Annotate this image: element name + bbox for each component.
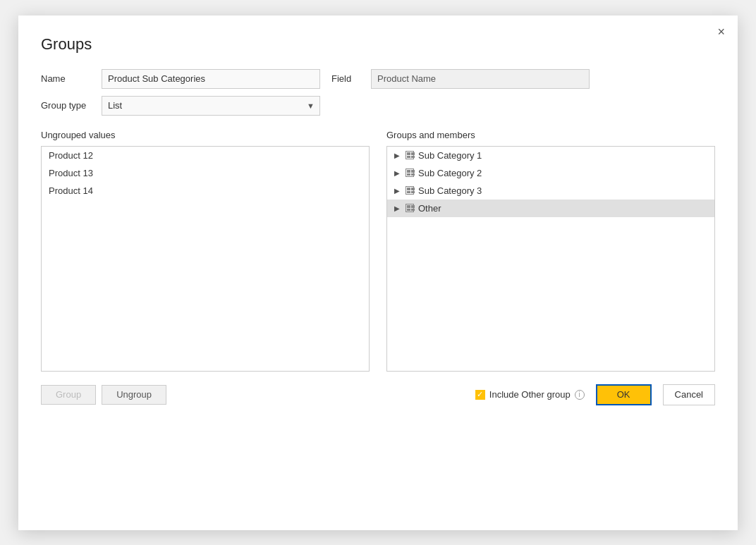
tree-item-sub-category-1[interactable]: ▶ Sub Category 1 bbox=[387, 147, 714, 164]
ungrouped-listbox[interactable]: Product 12 Product 13 Product 14 bbox=[41, 146, 370, 372]
tree-item-other[interactable]: ▶ Other bbox=[387, 200, 714, 217]
group-grid-icon bbox=[406, 169, 414, 177]
dialog-title: Groups bbox=[41, 35, 715, 54]
tree-item-label: Other bbox=[418, 203, 441, 214]
group-grid-icon bbox=[406, 151, 414, 159]
ungrouped-panel: Ungrouped values Product 12 Product 13 P… bbox=[41, 130, 370, 372]
field-input bbox=[371, 69, 590, 89]
name-field-row: Name Field bbox=[41, 69, 715, 89]
group-grid-icon bbox=[406, 186, 414, 195]
tree-item-label: Sub Category 3 bbox=[418, 185, 482, 196]
include-other-checkbox[interactable]: ✓ bbox=[475, 390, 485, 400]
expand-arrow-icon: ▶ bbox=[394, 169, 400, 177]
right-actions: ✓ Include Other group i OK Cancel bbox=[475, 384, 715, 405]
close-button[interactable]: × bbox=[717, 25, 725, 38]
group-type-label: Group type bbox=[41, 100, 90, 111]
tree-item-sub-category-3[interactable]: ▶ Sub Category 3 bbox=[387, 182, 714, 200]
groups-listbox[interactable]: ▶ Sub Category 1 ▶ Sub Category 2 ▶ Sub … bbox=[386, 146, 715, 372]
ok-button[interactable]: OK bbox=[596, 384, 652, 405]
include-other-container: ✓ Include Other group i bbox=[475, 389, 585, 400]
ungroup-button[interactable]: Ungroup bbox=[102, 385, 166, 405]
group-type-row: Group type List Bin ▼ bbox=[41, 96, 715, 116]
list-item[interactable]: Product 14 bbox=[42, 182, 369, 200]
groups-label: Groups and members bbox=[386, 130, 715, 140]
tree-item-sub-category-2[interactable]: ▶ Sub Category 2 bbox=[387, 164, 714, 182]
info-icon: i bbox=[575, 390, 585, 400]
tree-item-label: Sub Category 1 bbox=[418, 150, 482, 161]
panels-row: Ungrouped values Product 12 Product 13 P… bbox=[41, 130, 715, 372]
name-label: Name bbox=[41, 73, 90, 84]
ungrouped-label: Ungrouped values bbox=[41, 130, 370, 140]
list-item[interactable]: Product 13 bbox=[42, 164, 369, 182]
expand-arrow-icon: ▶ bbox=[394, 187, 400, 195]
group-type-select-wrapper[interactable]: List Bin ▼ bbox=[102, 96, 320, 116]
field-label: Field bbox=[331, 73, 360, 84]
list-item[interactable]: Product 12 bbox=[42, 147, 369, 164]
group-type-select[interactable]: List Bin bbox=[102, 96, 320, 116]
bottom-row: Group Ungroup ✓ Include Other group i OK… bbox=[41, 384, 715, 405]
group-button[interactable]: Group bbox=[41, 385, 96, 405]
expand-arrow-icon: ▶ bbox=[394, 152, 400, 159]
tree-item-label: Sub Category 2 bbox=[418, 168, 482, 178]
name-input[interactable] bbox=[102, 69, 320, 89]
group-grid-icon bbox=[406, 204, 414, 212]
groups-dialog: × Groups Name Field Group type List Bin … bbox=[18, 16, 738, 530]
cancel-button[interactable]: Cancel bbox=[663, 384, 715, 405]
expand-arrow-icon: ▶ bbox=[394, 204, 400, 212]
include-other-label: Include Other group bbox=[489, 389, 571, 400]
groups-panel: Groups and members ▶ Sub Category 1 ▶ Su… bbox=[386, 130, 715, 372]
